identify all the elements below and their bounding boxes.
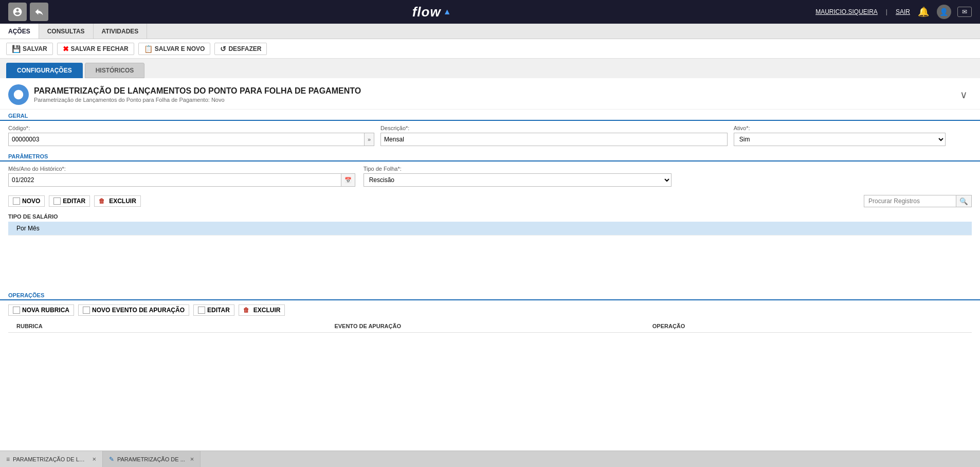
nova-rubrica-button[interactable]: NOVA RUBRICA [8,304,74,316]
bottom-tab-2-close-icon[interactable]: × [190,455,194,463]
logo-arrow-icon: ▲ [443,7,452,16]
bottom-tab-2-pencil-icon: ✎ [109,456,114,463]
tipo-salario-section: TIPO DE SALÁRIO Por Mês [0,211,980,238]
undo-icon: ↺ [220,45,226,53]
undo-button[interactable]: ↺ DESFAZER [214,43,267,55]
geral-fields: Código*: » Descrição*: Ativo*: Sim Não [0,121,980,150]
clock-icon [13,89,24,100]
table-row[interactable]: Por Mês [8,222,972,236]
parametros-fields: Mês/Ano do Histórico*: 📅 Tipo de Folha*:… [0,161,980,191]
operations-table-container: RUBRICA EVENTO DE APURAÇÃO OPERAÇÃO [0,320,980,333]
nav-right: MAURICIO.SIQUEIRA | SAIR 🔔 👤 ✉ [815,5,972,19]
ativo-field-group: Ativo*: Sim Não [734,125,946,146]
collapse-chevron-icon[interactable]: ∨ [956,84,972,105]
mes-ano-input[interactable] [8,173,341,187]
bell-icon[interactable]: 🔔 [916,5,931,19]
email-icon[interactable]: ✉ [957,7,972,17]
codigo-input[interactable] [8,133,365,146]
editar-label: EDITAR [63,197,85,205]
mes-ano-field-group: Mês/Ano do Histórico*: 📅 [8,166,355,187]
nav-left [8,3,48,21]
main-toolbar: 💾 SALVAR ✖ SALVAR E FECHAR 📋 SALVAR E NO… [0,39,980,59]
form-header-left: PARAMETRIZAÇÃO DE LANÇAMENTOS DO PONTO P… [8,84,361,105]
codigo-input-wrapper: » [8,133,374,146]
tipo-folha-label: Tipo de Folha*: [364,166,672,172]
tab-consultas[interactable]: CONSULTAS [39,24,94,39]
app-logo: flow ▲ [412,4,452,20]
novo-checkbox [13,197,20,205]
save-close-label: SALVAR E FECHAR [71,45,129,52]
calendar-icon-button[interactable]: 📅 [341,173,355,187]
form-subtitle: Parametrização de Lançamentos do Ponto p… [34,97,361,103]
novo-label: NOVO [22,197,40,205]
operations-table-header-row: RUBRICA EVENTO DE APURAÇÃO OPERAÇÃO [8,320,972,333]
ops-excluir-label: EXCLUIR [253,307,281,314]
top-navigation: flow ▲ MAURICIO.SIQUEIRA | SAIR 🔔 👤 ✉ [0,0,980,24]
bottom-tab-2[interactable]: ✎ PARAMETRIZAÇÃO DE ... × [103,451,201,467]
ativo-label: Ativo*: [734,125,946,131]
person-icon[interactable]: 👤 [937,5,951,19]
user-name-link[interactable]: MAURICIO.SIQUEIRA [815,8,878,15]
novo-evento-button[interactable]: NOVO EVENTO DE APURAÇÃO [78,304,189,316]
save-new-button[interactable]: 📋 SALVAR E NOVO [138,43,211,55]
novo-evento-checkbox [83,307,90,314]
ops-excluir-button[interactable]: 🗑 EXCLUIR [239,304,285,316]
bottom-tab-1[interactable]: ≡ PARAMETRIZAÇÃO DE LA... × [0,451,103,467]
excluir-button[interactable]: 🗑 EXCLUIR [94,195,141,207]
spacer [0,238,980,289]
mes-ano-input-wrapper: 📅 [8,173,355,187]
form-title: PARAMETRIZAÇÃO DE LANÇAMENTOS DO PONTO P… [34,86,361,96]
bottom-tab-bar: ≡ PARAMETRIZAÇÃO DE LA... × ✎ PARAMETRIZ… [0,451,980,467]
ops-trash-icon: 🗑 [243,307,249,314]
save-icon: 💾 [12,45,21,53]
app-title: flow [412,4,441,20]
descricao-field-group: Descrição*: [380,125,728,146]
operations-toolbar: NOVA RUBRICA NOVO EVENTO DE APURAÇÃO EDI… [0,300,980,320]
save-new-icon: 📋 [144,45,153,53]
codigo-arrow-button[interactable]: » [365,133,374,146]
ativo-select[interactable]: Sim Não [734,133,946,146]
editar-button[interactable]: EDITAR [49,195,90,207]
undo-label: DESFAZER [228,45,261,52]
novo-button[interactable]: NOVO [8,195,45,207]
top-tab-bar: AÇÕES CONSULTAS ATIVIDADES [0,24,980,39]
bottom-tab-1-label: PARAMETRIZAÇÃO DE LA... [13,456,87,462]
search-button[interactable]: 🔍 [956,195,972,207]
novo-evento-label: NOVO EVENTO DE APURAÇÃO [92,307,185,314]
mes-ano-label: Mês/Ano do Histórico*: [8,166,355,172]
search-input[interactable] [864,195,956,207]
nova-rubrica-label: NOVA RUBRICA [22,307,69,314]
save-button[interactable]: 💾 SALVAR [6,43,53,55]
section-parametros: PARÂMETROS [0,150,980,161]
save-close-button[interactable]: ✖ SALVAR E FECHAR [57,43,134,55]
tipo-salario-cell: Por Mês [8,222,972,236]
search-box: 🔍 [864,195,972,207]
codigo-label: Código*: [8,125,374,131]
trash-icon: 🗑 [99,197,105,205]
tab-historicos[interactable]: HISTÓRICOS [85,63,145,78]
col-rubrica: RUBRICA [8,320,326,333]
descricao-input[interactable] [380,133,728,146]
tab-acoes[interactable]: AÇÕES [0,24,39,39]
tipo-salario-toolbar: NOVO EDITAR 🗑 EXCLUIR 🔍 [0,191,980,211]
tipo-folha-select[interactable]: Rescisão Normal Complementar 13º Salário… [364,173,672,187]
ops-editar-checkbox [198,307,205,314]
tipo-salario-table: Por Mês [8,222,972,236]
descricao-label: Descrição*: [380,125,728,131]
nova-rubrica-checkbox [13,307,20,314]
window-icon-profile[interactable] [8,3,27,21]
save-close-icon: ✖ [63,45,69,53]
user-separator: | [886,8,887,15]
section-geral: GERAL [0,110,980,121]
tab-configuracoes[interactable]: CONFIGURAÇÕES [6,63,83,78]
tab-atividades[interactable]: ATIVIDADES [94,24,148,39]
codigo-field-group: Código*: » [8,125,374,146]
ops-editar-label: EDITAR [207,307,230,314]
ops-editar-button[interactable]: EDITAR [193,304,234,316]
bottom-tab-1-close-icon[interactable]: × [92,455,96,463]
section-operacoes: OPERAÇÕES [0,289,980,300]
logout-link[interactable]: SAIR [896,8,910,15]
window-icon-exit[interactable] [30,3,48,21]
save-new-label: SALVAR E NOVO [155,45,205,52]
window-icons [8,3,48,21]
